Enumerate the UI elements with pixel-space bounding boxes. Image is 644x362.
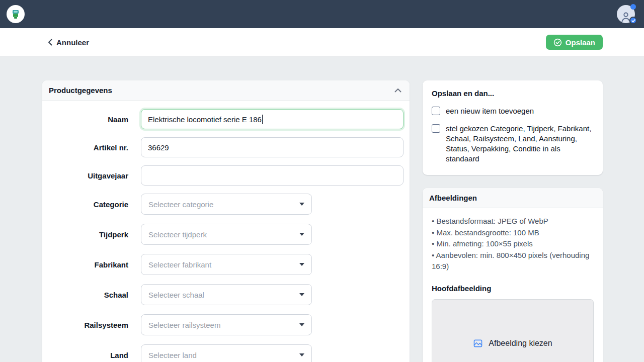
user-menu[interactable] bbox=[617, 5, 635, 23]
locomotive-logo-icon bbox=[10, 9, 21, 20]
product-details-card: Productgegevens Naam Elektrische locomot… bbox=[42, 80, 410, 362]
save-button[interactable]: Opslaan bbox=[546, 35, 603, 50]
requirement-item: Min. afmeting: 100×55 pixels bbox=[432, 238, 594, 250]
notification-dot bbox=[630, 4, 636, 10]
categorie-placeholder: Selecteer categorie bbox=[148, 200, 213, 209]
chevron-left-icon bbox=[48, 39, 52, 46]
product-card-header[interactable]: Productgegevens bbox=[42, 80, 410, 101]
text-caret bbox=[262, 115, 263, 124]
right-sidebar: Opslaan en dan... een nieuw item toevoeg… bbox=[423, 80, 603, 362]
naam-label: Naam bbox=[42, 115, 128, 124]
land-label: Land bbox=[42, 351, 128, 359]
categorie-select[interactable]: Selecteer categorie bbox=[141, 194, 312, 215]
form-row-naam: Naam Elektrische locomotief serie E 186 bbox=[42, 109, 410, 129]
fabrikant-placeholder: Selecteer fabrikant bbox=[148, 260, 211, 269]
caret-down-icon bbox=[299, 293, 304, 296]
artikelnr-input-value: 36629 bbox=[148, 143, 169, 152]
railsysteem-select[interactable]: Selecteer railsysteem bbox=[141, 314, 312, 335]
form-row-tijdperk: Tijdperk Selecteer tijdperk bbox=[42, 224, 410, 245]
top-navbar bbox=[0, 0, 644, 28]
land-placeholder: Selecteer land bbox=[148, 351, 197, 359]
requirement-item: Max. bestandsgrootte: 100 MB bbox=[432, 227, 594, 239]
images-card: Afbeeldingen Bestandsformaat: JPEG of We… bbox=[423, 188, 603, 362]
tijdperk-placeholder: Selecteer tijdperk bbox=[148, 230, 207, 239]
verified-badge-icon bbox=[629, 17, 637, 24]
uitgavejaar-label: Uitgavejaar bbox=[42, 171, 128, 180]
schaal-select[interactable]: Selecteer schaal bbox=[141, 284, 312, 305]
land-select[interactable]: Selecteer land bbox=[141, 344, 312, 362]
chevron-up-icon[interactable] bbox=[394, 88, 401, 93]
caret-down-icon bbox=[299, 323, 304, 326]
check-circle-icon bbox=[553, 38, 562, 47]
schaal-label: Schaal bbox=[42, 291, 128, 299]
choose-image-dropzone[interactable]: Afbeelding kiezen bbox=[432, 299, 594, 362]
caret-down-icon bbox=[299, 203, 304, 206]
form-row-categorie: Categorie Selecteer categorie bbox=[42, 194, 410, 215]
fabrikant-select[interactable]: Selecteer fabrikant bbox=[141, 254, 312, 275]
choose-image-label: Afbeelding kiezen bbox=[489, 339, 552, 348]
naam-input-value: Elektrische locomotief serie E 186 bbox=[148, 115, 262, 124]
option-new-item: een nieuw item toevoegen bbox=[432, 106, 594, 116]
cancel-back-button[interactable]: Annuleer bbox=[48, 38, 89, 47]
images-card-title: Afbeeldingen bbox=[429, 194, 477, 202]
requirement-item: Aanbevolen: min. 800×450 pixels (verhoud… bbox=[432, 250, 594, 273]
image-icon bbox=[473, 338, 483, 348]
requirement-item: Bestandsformaat: JPEG of WebP bbox=[432, 216, 594, 227]
images-card-body: Bestandsformaat: JPEG of WebP Max. besta… bbox=[423, 208, 603, 362]
artikelnr-label: Artikel nr. bbox=[42, 143, 128, 152]
cancel-label: Annuleer bbox=[56, 38, 89, 47]
new-item-label: een nieuw item toevoegen bbox=[446, 106, 534, 116]
naam-input[interactable]: Elektrische locomotief serie E 186 bbox=[141, 109, 404, 129]
caret-down-icon bbox=[299, 263, 304, 266]
caret-down-icon bbox=[299, 353, 304, 356]
save-label: Opslaan bbox=[566, 38, 595, 47]
form-row-land: Land Selecteer land bbox=[42, 344, 410, 362]
artikelnr-input[interactable]: 36629 bbox=[141, 137, 404, 157]
images-card-header: Afbeeldingen bbox=[423, 188, 603, 208]
new-item-checkbox[interactable] bbox=[432, 107, 440, 115]
form-row-fabrikant: Fabrikant Selecteer fabrikant bbox=[42, 254, 410, 275]
save-options-card: Opslaan en dan... een nieuw item toevoeg… bbox=[423, 80, 603, 175]
railsysteem-label: Railsysteem bbox=[42, 321, 128, 329]
main-image-label: Hoofdafbeelding bbox=[432, 284, 594, 293]
app-logo[interactable] bbox=[7, 5, 25, 23]
fabrikant-label: Fabrikant bbox=[42, 260, 128, 269]
form-row-artikelnr: Artikel nr. 36629 bbox=[42, 137, 410, 157]
form-row-schaal: Schaal Selecteer schaal bbox=[42, 284, 410, 305]
uitgavejaar-input[interactable] bbox=[141, 165, 404, 186]
schaal-placeholder: Selecteer schaal bbox=[148, 291, 204, 299]
page-content: Productgegevens Naam Elektrische locomot… bbox=[0, 57, 644, 362]
caret-down-icon bbox=[299, 233, 304, 236]
product-form: Naam Elektrische locomotief serie E 186 … bbox=[42, 101, 410, 362]
form-row-railsysteem: Railsysteem Selecteer railsysteem bbox=[42, 314, 410, 335]
tijdperk-select[interactable]: Selecteer tijdperk bbox=[141, 224, 312, 245]
tijdperk-label: Tijdperk bbox=[42, 230, 128, 239]
set-defaults-checkbox[interactable] bbox=[432, 124, 440, 133]
categorie-label: Categorie bbox=[42, 200, 128, 209]
form-row-uitgavejaar: Uitgavejaar bbox=[42, 165, 410, 186]
action-toolbar: Annuleer Opslaan bbox=[0, 28, 644, 57]
image-requirements-list: Bestandsformaat: JPEG of WebP Max. besta… bbox=[432, 216, 594, 273]
option-set-defaults: stel gekozen Categorie, Tijdperk, Fabrik… bbox=[432, 124, 594, 164]
railsysteem-placeholder: Selecteer railsysteem bbox=[148, 321, 220, 329]
set-defaults-label: stel gekozen Categorie, Tijdperk, Fabrik… bbox=[446, 124, 594, 164]
product-card-title: Productgegevens bbox=[49, 86, 112, 95]
save-options-title: Opslaan en dan... bbox=[432, 89, 594, 98]
